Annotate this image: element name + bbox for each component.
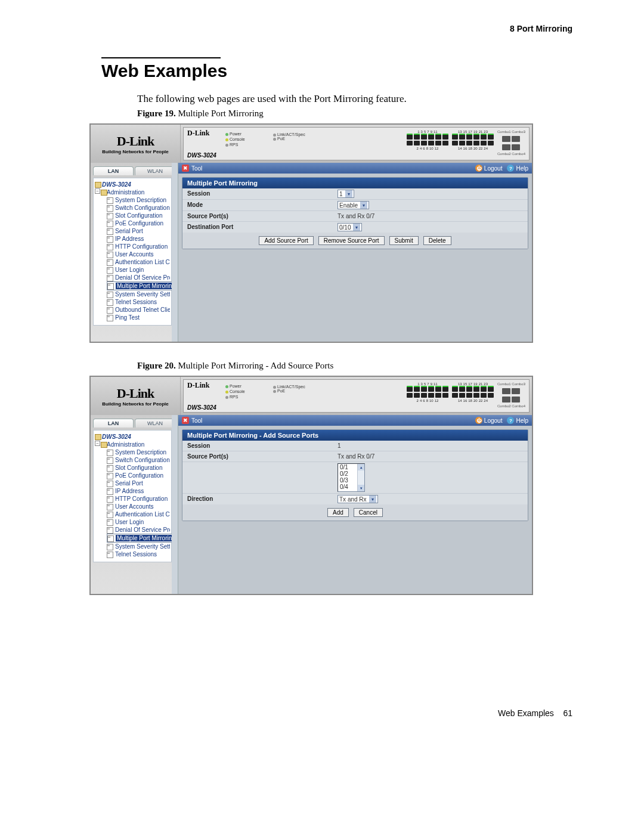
tree-item[interactable]: User Accounts xyxy=(107,250,170,258)
add-source-port-button[interactable]: Add Source Port xyxy=(259,236,313,245)
dest-port-select[interactable]: 0/10 ▾ xyxy=(338,223,362,231)
tree-item[interactable]: Multiple Port Mirroring xyxy=(107,534,177,543)
tree-item[interactable]: Multiple Port Mirroring xyxy=(107,281,177,290)
tree-item[interactable]: Switch Configuration xyxy=(107,204,170,212)
tree-item[interactable]: Telnet Sessions xyxy=(107,550,170,558)
source-port-listbox[interactable]: 0/1 0/2 0/3 0/4 ▴ ▾ xyxy=(338,463,365,492)
tree-item[interactable]: System Description xyxy=(107,196,170,204)
chevron-down-icon: ▾ xyxy=(369,496,376,503)
tree-item[interactable]: User Accounts xyxy=(107,503,170,510)
tree-item[interactable]: HTTP Configuration xyxy=(107,495,170,503)
tree-item[interactable]: PoE Configuration xyxy=(107,472,170,479)
dest-port-label: Destination Port xyxy=(182,222,335,233)
logout-link[interactable]: ⏻Logout xyxy=(475,417,503,424)
listbox-scrollbar[interactable]: ▴ ▾ xyxy=(357,464,364,491)
tree-item[interactable]: Serial Port xyxy=(107,479,170,487)
help-link[interactable]: ?Help xyxy=(507,417,528,424)
tree-item[interactable]: Slot Configuration xyxy=(107,212,170,219)
cancel-button[interactable]: Cancel xyxy=(354,508,383,517)
page-number: 61 xyxy=(563,708,572,718)
device-header: D-Link Building Networks for People D-Li… xyxy=(91,125,532,163)
tree-item[interactable]: IP Address xyxy=(107,487,170,495)
tool-label[interactable]: Tool xyxy=(191,165,202,172)
tree-item[interactable]: Slot Configuration xyxy=(107,464,170,472)
screenshot-2: D-Link Building Networks for People D-Li… xyxy=(89,376,533,595)
port-nums-top-b: 131517192123 xyxy=(458,130,488,134)
tab-wlan[interactable]: WLAN xyxy=(135,419,175,428)
tree-item[interactable]: Denial Of Service Prot xyxy=(107,274,170,281)
tree-item[interactable]: System Severity Settin xyxy=(107,543,170,550)
tree-folder-admin[interactable]: Administration xyxy=(95,188,170,196)
help-icon: ? xyxy=(507,165,514,172)
tree-item[interactable]: Authentication List Con xyxy=(107,510,170,518)
sidebar-scrollbar[interactable] xyxy=(172,415,178,594)
device-brand: D-Link xyxy=(187,381,209,390)
status-leds: Power Console RPS xyxy=(225,383,245,400)
tool-label[interactable]: Tool xyxy=(191,417,202,424)
logout-link[interactable]: ⏻ Logout xyxy=(475,165,503,172)
tree-item[interactable]: Switch Configuration xyxy=(107,456,170,464)
tab-lan[interactable]: LAN xyxy=(93,166,134,175)
tree-item[interactable]: PoE Configuration xyxy=(107,219,170,227)
sidebar-scrollbar[interactable] xyxy=(172,163,178,342)
brand-tagline: Building Networks for People xyxy=(102,149,169,154)
tree-item[interactable]: System Description xyxy=(107,448,170,456)
panel-add-source-ports: Multiple Port Mirroring - Add Source Por… xyxy=(182,429,528,521)
tree-item[interactable]: User Login xyxy=(107,266,170,274)
nav-tree: DWS-3024 Administration System Descripti… xyxy=(93,430,172,562)
figure19-caption: Figure 19. Multiple Port Mirroring xyxy=(137,109,572,119)
session-select[interactable]: 1 ▾ xyxy=(338,190,354,198)
device-model: DWS-3024 xyxy=(187,152,216,159)
tree-item[interactable]: Outbound Telnet Clien xyxy=(107,306,170,314)
panel-title: Multiple Port Mirroring - Add Source Por… xyxy=(182,430,528,441)
brand-logo: D-Link Building Networks for People xyxy=(91,125,181,163)
port-nums-top-a: 1357911 xyxy=(417,130,437,134)
brand-name: D-Link xyxy=(117,386,154,401)
session-label: Session xyxy=(182,188,335,199)
tree-item[interactable]: Denial Of Service Prot xyxy=(107,526,170,534)
port-groups: 1357911 24681012 131517192123 1416182022… xyxy=(407,382,525,408)
toolbar: ✖ Tool ⏻ Logout ? Help xyxy=(178,163,532,174)
tree-item[interactable]: Telnet Sessions xyxy=(107,298,170,306)
device-header-2: D-Link Building Networks for People D-Li… xyxy=(91,377,532,415)
remove-source-port-button[interactable]: Remove Source Port xyxy=(318,236,385,245)
tree-root[interactable]: DWS-3024 xyxy=(95,181,170,188)
help-link[interactable]: ? Help xyxy=(507,165,528,172)
title-rule xyxy=(101,57,221,58)
tree-root[interactable]: DWS-3024 xyxy=(95,433,170,441)
mode-select[interactable]: Enable ▾ xyxy=(338,201,369,209)
device-panel: D-Link DWS-3024 Power Console RPS Link/A… xyxy=(183,379,530,413)
tab-lan[interactable]: LAN xyxy=(93,419,134,428)
figure20-caption: Figure 20. Multiple Port Mirroring - Add… xyxy=(137,361,572,371)
tab-wlan[interactable]: WLAN xyxy=(135,166,175,175)
tree-folder-admin[interactable]: Administration xyxy=(95,441,170,448)
tree-item[interactable]: System Severity Settin xyxy=(107,290,170,298)
device-model: DWS-3024 xyxy=(187,404,216,411)
panel-mpm: Multiple Port Mirroring Session 1 ▾ xyxy=(182,177,528,249)
scroll-up-icon[interactable]: ▴ xyxy=(358,464,364,470)
tree-item[interactable]: Serial Port xyxy=(107,227,170,235)
brand-logo: D-Link Building Networks for People xyxy=(91,377,181,415)
direction-select[interactable]: Tx and Rx ▾ xyxy=(338,495,378,503)
footer-text: Web Examples xyxy=(498,708,554,718)
status-leds: Power Console RPS xyxy=(225,131,245,147)
port-groups: 1357911 24681012 131517192123 1416182022… xyxy=(407,130,525,156)
tree-item[interactable]: HTTP Configuration xyxy=(107,243,170,250)
tree-item[interactable]: IP Address xyxy=(107,235,170,243)
status-leds-2: Link/ACT/Spec PoE xyxy=(273,385,305,393)
scroll-down-icon[interactable]: ▾ xyxy=(358,485,364,491)
chapter-heading: 8 Port Mirroring xyxy=(72,24,572,33)
tree-item[interactable]: Ping Test xyxy=(107,314,170,321)
section-title: Web Examples xyxy=(101,61,572,81)
port-nums-bot-b: 141618202224 xyxy=(458,147,488,150)
tree-item[interactable]: User Login xyxy=(107,518,170,526)
source-ports-value: Tx and Rx 0/7 xyxy=(335,211,528,221)
delete-button[interactable]: Delete xyxy=(423,236,451,245)
tree-item[interactable]: Authentication List Con xyxy=(107,258,170,266)
session-value: 1 xyxy=(335,441,528,451)
device-panel: D-Link DWS-3024 Power Console RPS Link/A… xyxy=(183,127,530,160)
add-button[interactable]: Add xyxy=(327,508,349,517)
source-ports-value: Tx and Rx 0/7 xyxy=(335,451,528,462)
brand-name: D-Link xyxy=(117,134,154,149)
submit-button[interactable]: Submit xyxy=(389,236,419,245)
